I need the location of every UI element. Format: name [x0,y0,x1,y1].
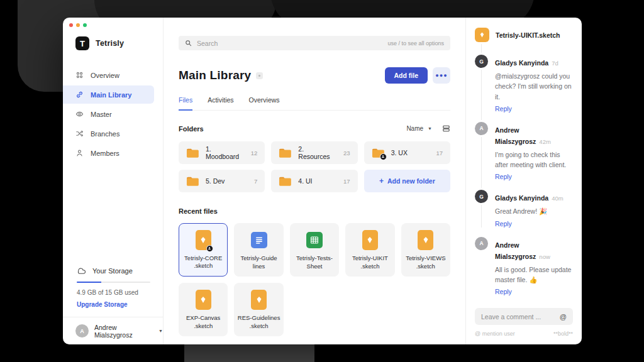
sketch-file-icon [475,28,489,42]
app-window: T Tetrisly Overview Main Library Mast [63,18,582,344]
sketch-file-icon [418,230,433,250]
sort-dropdown[interactable]: Name ▼ [406,125,432,132]
folder-name: 5. Dev [206,177,225,185]
comments-panel: Tetrisly-UIKIT.sketch G Gladys Kanyinda7… [465,18,582,344]
cloud-icon [77,267,86,275]
file-card-exp-canvas[interactable]: EXP-Canvas .sketch [179,283,228,336]
folder-count: 17 [436,150,443,156]
sidebar-item-label: Branches [91,130,119,138]
mention-icon[interactable]: @ [560,313,567,321]
folder-name: 2. Resources [298,145,337,160]
sidebar-item-members[interactable]: Members [63,144,163,162]
sidebar-nav: Overview Main Library Master Branches [63,65,163,163]
app-logo: T Tetrisly [75,36,163,50]
list-view-icon[interactable] [442,124,450,133]
comment-author: Gladys Kanyinda [495,59,548,67]
collaborator-badge-icon [206,245,213,252]
folder-count: 23 [343,150,350,156]
search-input[interactable] [197,40,382,47]
search-shortcut-hint: use / to see all options [387,40,444,47]
folder-icon [186,176,199,187]
file-card-tetrisly-guidelines[interactable]: Tetrisly-Guide lines [234,223,283,277]
reply-link[interactable]: Reply [495,288,573,295]
user-menu[interactable]: A Andrew Mialszygrosz ▼ [63,317,163,344]
plus-icon: + [379,177,384,185]
file-name: Tetrisly-Tests- Sheet [291,255,338,271]
comment: A Andrew Mialszygrosznow All is good. Pl… [475,237,573,296]
library-badge-icon [256,72,263,79]
chevron-down-icon: ▼ [158,329,163,333]
folder-card-ui[interactable]: 4. UI 17 [271,170,357,192]
comment-time: 7d [552,60,558,67]
spreadsheet-file-icon [306,230,323,250]
page-header: Main Library Add file ●●● [179,67,450,84]
comment-text: All is good. Please update master file. … [495,265,573,285]
add-new-folder-button[interactable]: + Add new folder [364,170,450,192]
file-card-tetrisly-views[interactable]: Tetrisly-VIEWS .sketch [401,223,450,277]
sidebar-item-label: Overview [91,72,119,79]
sidebar-item-label: Main Library [91,91,131,99]
folder-count: 17 [343,178,350,185]
folder-icon [279,148,292,158]
comment: G Gladys Kanyinda40m Great Andrew! 🎉 Rep… [475,190,573,227]
document-file-icon [251,230,267,250]
user-name: Andrew Mialszygrosz [94,324,151,339]
comments-file-name: Tetrisly-UIKIT.sketch [496,31,560,39]
sidebar-item-master[interactable]: Master [63,105,163,123]
folder-card-moodboard[interactable]: 1. Moodboard 12 [179,141,265,164]
folder-name: 4. UI [298,177,312,185]
comment-input[interactable] [481,313,556,321]
reply-link[interactable]: Reply [495,173,573,180]
sidebar-item-branches[interactable]: Branches [63,124,163,143]
sidebar: T Tetrisly Overview Main Library Mast [63,18,164,344]
page-title: Main Library [179,69,251,82]
file-card-res-guidelines[interactable]: RES-Guidelines .sketch [234,283,283,336]
sidebar-item-label: Members [91,150,119,157]
avatar: G [475,190,488,203]
sidebar-item-main-library[interactable]: Main Library [63,85,154,104]
app-name: Tetrisly [96,39,124,48]
chevron-down-icon: ▼ [428,126,432,131]
reply-link[interactable]: Reply [495,220,573,228]
upgrade-storage-link[interactable]: Upgrade Storage [77,301,150,308]
comment-author: Gladys Kanyinda [495,194,548,202]
main-content: use / to see all options Main Library Ad… [164,18,465,344]
comments-timeline: G Gladys Kanyinda7d @mialszygrosz could … [475,55,573,308]
close-button[interactable] [69,23,73,27]
minimize-button[interactable] [76,23,80,27]
storage-used-text: 4.9 GB of 15 GB used [77,289,150,296]
folder-name: 3. UX [391,149,408,156]
folders-heading: Folders [179,125,204,133]
tab-activities[interactable]: Activities [208,96,233,110]
folder-card-dev[interactable]: 5. Dev 7 [179,170,265,192]
tab-overviews[interactable]: Overviews [249,96,280,110]
tab-bar: Files Activities Overviews [179,96,450,111]
comment-time: now [539,253,550,260]
link-icon [75,90,84,99]
file-card-tetrisly-uikit[interactable]: Tetrisly-UIKIT .sketch [345,223,394,277]
comment-time: 42m [539,138,550,145]
more-options-button[interactable]: ●●● [433,67,450,84]
recent-files-header: Recent files [179,207,450,215]
comment-text: @mialszygrosz could you check? I'm still… [495,71,573,102]
zoom-button[interactable] [83,23,87,27]
folder-card-resources[interactable]: 2. Resources 23 [271,141,357,164]
file-name: EXP-Canvas .sketch [180,314,226,331]
add-file-button[interactable]: Add file [385,67,428,84]
comment-author: Andrew Mialszygrosz [495,241,536,260]
folders-header: Folders Name ▼ [179,124,450,133]
folder-card-ux[interactable]: 3. UX 17 [364,141,450,164]
comment: A Andrew Mialszygrosz42m I'm going to ch… [475,122,573,181]
reply-link[interactable]: Reply [495,105,573,112]
folder-name: 1. Moodboard [206,145,245,160]
sidebar-item-overview[interactable]: Overview [63,66,163,84]
tab-files[interactable]: Files [179,96,192,110]
avatar: G [475,55,488,68]
comment-hints: @ mention user **bold** [475,331,573,337]
file-card-tetrisly-core[interactable]: Tetrisly-CORE .sketch [179,223,228,277]
file-card-tetrisly-tests-sheet[interactable]: Tetrisly-Tests- Sheet [290,223,339,277]
sketch-file-icon [196,230,211,250]
file-name: Tetrisly-Guide lines [236,255,282,271]
folder-icon [186,148,199,158]
branches-icon [75,129,84,138]
